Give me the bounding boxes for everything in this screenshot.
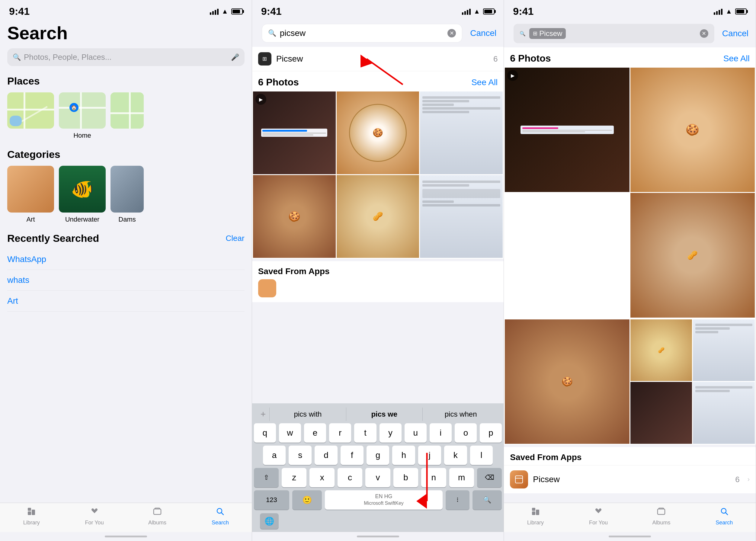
wifi-icon-2: ▲ [474,8,480,15]
p3-photo-large-1[interactable]: ▶ [505,68,629,192]
p3-photo-2[interactable]: 🍪 [630,68,755,192]
key-emoji[interactable]: 🙂 [292,490,322,510]
signal-icon-1 [210,8,219,15]
key-r[interactable]: r [329,423,351,443]
keyboard-2[interactable]: + pics with pics we pics when q w e r t … [252,403,504,532]
key-n[interactable]: n [421,468,446,487]
key-w[interactable]: w [279,423,301,443]
category-dams[interactable]: Dams [111,166,144,224]
photo-6[interactable] [420,175,503,258]
category-underwater[interactable]: 🐠 Underwater [59,166,106,224]
status-bar-1: 9:41 ▲ [0,0,252,20]
tab-search-3[interactable]: Search [693,507,756,526]
key-f[interactable]: f [341,446,364,465]
key-p[interactable]: p [480,423,502,443]
key-u[interactable]: u [404,423,426,443]
key-t[interactable]: t [354,423,376,443]
svg-rect-9 [536,510,539,515]
picsew-tag[interactable]: ⊞ Picsew [529,28,566,39]
recent-item-art[interactable]: Art [7,291,245,311]
clear-search-btn-2[interactable]: ✕ [447,29,456,37]
place-item-3[interactable] [111,92,144,140]
cancel-button-3[interactable]: Cancel [722,29,751,38]
app-name-picsew-3: Picsew [533,475,730,484]
p3-photo-8[interactable] [693,382,755,444]
search-bar-1[interactable]: 🔍 Photos, People, Places... 🎤 [7,48,245,66]
recent-item-whatsapp[interactable]: WhatsApp [7,249,245,270]
see-all-btn-2[interactable]: See All [471,78,497,87]
suggestion-pics-when[interactable]: pics when [422,407,499,421]
svg-rect-8 [532,511,535,515]
p3-photo-7[interactable] [630,382,692,444]
chevron-icon-3: › [748,475,750,483]
key-v[interactable]: v [365,468,390,487]
key-k[interactable]: k [444,446,467,465]
key-shift[interactable]: ⇧ [254,468,279,487]
panel1-main-content: Search 🔍 Photos, People, Places... 🎤 Pla… [0,20,252,503]
albums-icon-3 [657,507,665,518]
tab-albums-3[interactable]: Albums [630,507,693,526]
key-j[interactable]: j [418,446,441,465]
clear-button[interactable]: Clear [226,234,245,243]
key-globe[interactable]: 🌐 [260,513,279,529]
search-input-2[interactable]: picsew [280,28,444,38]
photo-5[interactable]: 🥜 [337,175,419,258]
tab-foryou-3[interactable]: For You [567,507,630,526]
key-m[interactable]: m [449,468,474,487]
panel2-search-bar[interactable]: 🔍 picsew ✕ [262,24,462,43]
key-i[interactable]: i [429,423,452,443]
tab-search-1[interactable]: Search [189,507,252,526]
key-x[interactable]: x [310,468,334,487]
key-s[interactable]: s [289,446,312,465]
key-y[interactable]: y [379,423,401,443]
mic-icon-1[interactable]: 🎤 [231,53,239,61]
key-q[interactable]: q [254,423,276,443]
place-item-home[interactable]: 🏠 Home [59,92,106,140]
key-z[interactable]: z [282,468,307,487]
photo-2[interactable]: 🍪 [337,92,419,174]
suggestion-add-icon[interactable]: + [257,409,270,419]
p3-photo-5[interactable]: 🥜 [630,319,692,381]
suggestion-pics-we[interactable]: pics we [346,407,422,421]
result-item-picsew[interactable]: ⊞ Picsew 6 [252,47,504,71]
key-space[interactable]: EN HGMicrosoft SwiftKey [325,490,443,510]
play-btn-1[interactable]: ▶ [256,94,266,105]
place-item-1[interactable] [7,92,54,140]
p3-photo-4[interactable]: 🍪 [505,319,629,444]
key-h[interactable]: h [392,446,415,465]
panel3-search-bar[interactable]: 🔍 ⊞ Picsew ✕ [513,24,714,43]
photo-1[interactable]: ▶ [253,92,336,174]
cancel-button-2[interactable]: Cancel [470,28,499,38]
photo-3[interactable] [420,92,503,174]
svg-rect-1 [32,510,35,515]
tab-library-3[interactable]: Library [504,507,567,526]
result-icon-picsew: ⊞ [258,52,272,66]
key-l[interactable]: l [470,446,493,465]
suggestion-pics-with[interactable]: pics with [269,407,346,421]
key-a[interactable]: a [263,446,286,465]
p3-photo-6[interactable] [693,319,755,381]
tab-albums-label-3: Albums [652,520,670,526]
see-all-btn-3[interactable]: See All [723,54,750,63]
tab-foryou-1[interactable]: For You [63,507,126,526]
key-backspace[interactable]: ⌫ [477,468,502,487]
photo-4[interactable]: 🍪 [253,175,336,258]
clear-search-btn-3[interactable]: ✕ [700,29,708,38]
recent-item-whats[interactable]: whats [7,270,245,291]
search-placeholder-1: Photos, People, Places... [24,53,228,62]
key-search-keyboard[interactable]: 🔍 [472,490,502,510]
key-punctuation[interactable]: ⁝ [445,490,469,510]
status-time-3: 9:41 [513,5,533,17]
p3-photo-3[interactable]: 🥜 [630,193,755,317]
key-e[interactable]: e [304,423,326,443]
tab-albums-1[interactable]: Albums [126,507,189,526]
key-b[interactable]: b [393,468,418,487]
app-row-picsew-3[interactable]: Picsew 6 › [504,465,756,493]
key-g[interactable]: g [367,446,389,465]
key-c[interactable]: c [338,468,362,487]
category-art[interactable]: Art [7,166,54,224]
key-123[interactable]: 123 [254,490,289,510]
key-d[interactable]: d [315,446,338,465]
tab-library-1[interactable]: Library [0,507,63,526]
key-o[interactable]: o [455,423,477,443]
